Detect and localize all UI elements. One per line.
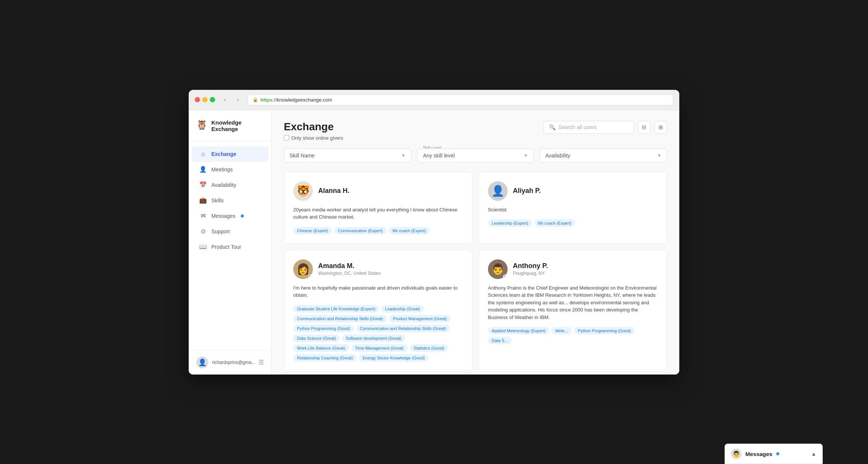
user-card-alanna[interactable]: 🐯 Alanna H. 20years media worker and ana…: [284, 172, 472, 244]
avatar-alanna: 🐯: [293, 181, 313, 201]
sidebar-item-skills-label: Skills: [211, 197, 224, 203]
url-text: https://knowledgeexchange.com: [260, 97, 332, 103]
card-header-anthony: 👨 Anthony P. Poughquag, NY: [488, 259, 658, 279]
skill-tag: Python Programming (Good): [574, 327, 635, 335]
skill-tag: Data Science (Great): [293, 335, 340, 342]
messages-panel-left: 👨 Messages: [731, 449, 779, 459]
sidebar: 🦉 Knowledge Exchange ⌂ Exchange 👤 Meetin…: [189, 110, 272, 375]
close-button[interactable]: [195, 97, 200, 102]
skill-tag: Mete...: [551, 327, 572, 335]
app-title: Knowledge Exchange: [211, 119, 264, 132]
sidebar-item-product-tour-label: Product Tour: [211, 244, 241, 250]
skills-amanda: Graduate Student Life Knowledge (Expert)…: [293, 305, 463, 362]
logo-owl-icon: 🦉: [196, 120, 208, 132]
app: 🦉 Knowledge Exchange ⌂ Exchange 👤 Meetin…: [189, 110, 679, 375]
filters-row: Skill Name ▼ Skill Level Any skill level…: [284, 148, 667, 163]
avatar-amanda: 👩: [293, 259, 313, 279]
user-card-amanda[interactable]: 👩 Amanda M. Washington, DC, United State…: [284, 250, 472, 371]
name-aliyah: Aliyah P.: [513, 187, 541, 195]
book-icon: 📖: [199, 243, 207, 251]
skill-tag: Graduate Student Life Knowledge (Expert): [293, 305, 379, 313]
skill-level-dropdown-arrow: ▼: [523, 153, 528, 158]
name-anthony: Anthony P.: [513, 262, 548, 270]
sidebar-item-product-tour[interactable]: 📖 Product Tour: [192, 239, 268, 254]
skill-tag: Product Management (Great): [389, 315, 451, 322]
bio-amanda: I'm here to hopefully make passionate an…: [293, 284, 463, 299]
search-placeholder: Search all users: [559, 124, 596, 130]
messages-panel-dot: [776, 452, 779, 455]
url-https: https://: [260, 97, 277, 103]
online-filter-label: Only show online givers: [291, 135, 343, 141]
header-left: Exchange Only show online givers: [284, 121, 343, 141]
messages-panel-avatar: 👨: [731, 449, 742, 459]
forward-button[interactable]: ›: [232, 94, 243, 105]
card-header-aliyah: 👤 Aliyah P.: [488, 181, 658, 201]
bio-aliyah: Scientist: [488, 206, 658, 214]
skill-tag: Leadership (Expert): [488, 219, 532, 227]
user-info: 👤 richardsprins@gma...: [196, 356, 255, 368]
back-button[interactable]: ‹: [220, 94, 230, 105]
view-toggle-button[interactable]: ⊞: [654, 121, 667, 134]
skill-name-filter[interactable]: Skill Name ▼: [284, 148, 411, 163]
briefcase-icon: 💼: [199, 197, 207, 204]
filter-icon: ⊟: [642, 124, 646, 130]
availability-label: Availability: [545, 153, 570, 159]
sidebar-logo: 🦉 Knowledge Exchange: [189, 110, 271, 142]
skill-level-wrap: Skill Level Any skill level ▼: [417, 148, 534, 163]
sidebar-item-exchange[interactable]: ⌂ Exchange: [192, 146, 268, 162]
user-card-anthony[interactable]: 👨 Anthony P. Poughquag, NY Anthony Prain…: [479, 250, 667, 371]
skill-tag: Relationship Coaching (Great): [293, 354, 357, 362]
name-amanda: Amanda M.: [318, 262, 381, 270]
skill-tag: life coach (Expert): [534, 219, 576, 227]
grid-icon: ⊞: [659, 124, 663, 130]
card-header-alanna: 🐯 Alanna H.: [293, 181, 463, 201]
location-anthony: Poughquag, NY: [513, 271, 548, 276]
sidebar-item-skills[interactable]: 💼 Skills: [192, 193, 268, 208]
online-filter-checkbox[interactable]: [284, 135, 289, 140]
sidebar-item-meetings-label: Meetings: [211, 166, 233, 173]
nav-buttons: ‹ ›: [220, 94, 243, 105]
skills-anthony: Applied Meteorology (Expert) Mete... Pyt…: [488, 327, 658, 344]
skill-tag: Chinese (Expert): [293, 227, 332, 234]
online-filter[interactable]: Only show online givers: [284, 135, 343, 141]
skill-tag: Communication (Expert): [334, 227, 387, 234]
browser-window: ‹ › 🔒 https://knowledgeexchange.com 🦉 Kn…: [189, 90, 679, 375]
filter-button[interactable]: ⊟: [638, 121, 651, 134]
header-right: 🔍 Search all users ⊟ ⊞: [543, 121, 667, 134]
messages-panel[interactable]: 👨 Messages ▲: [725, 444, 823, 464]
hamburger-menu-icon[interactable]: ☰: [259, 359, 264, 366]
bio-anthony: Anthony Praino is the Chief Engineer and…: [488, 284, 658, 321]
skill-tag: Time Management (Great): [351, 344, 408, 352]
sidebar-item-messages[interactable]: ✉ Messages: [192, 208, 268, 224]
maximize-button[interactable]: [210, 97, 215, 102]
cards-grid: 🐯 Alanna H. 20years media worker and ana…: [284, 172, 667, 371]
skill-tag: Python Programming (Good): [293, 325, 354, 332]
minimize-button[interactable]: [202, 97, 208, 102]
skill-level-filter[interactable]: Any skill level ▼: [417, 148, 534, 163]
sidebar-item-messages-label: Messages: [211, 213, 235, 219]
address-bar[interactable]: 🔒 https://knowledgeexchange.com: [248, 94, 673, 105]
sidebar-nav: ⌂ Exchange 👤 Meetings 📅 Availability 💼 S…: [189, 142, 271, 350]
skills-alanna: Chinese (Expert) Communication (Expert) …: [293, 227, 463, 234]
skill-tag: Data S...: [488, 337, 512, 344]
sidebar-item-availability[interactable]: 📅 Availability: [192, 177, 268, 193]
messages-panel-chevron[interactable]: ▲: [811, 451, 816, 457]
search-box[interactable]: 🔍 Search all users: [543, 121, 634, 134]
user-avatar: 👤: [196, 356, 208, 368]
user-card-aliyah[interactable]: 👤 Aliyah P. Scientist Leadership (Expert…: [479, 172, 667, 244]
lock-icon: 🔒: [252, 97, 258, 102]
user-email: richardsprins@gma...: [212, 360, 255, 365]
avatar-anthony: 👨: [488, 259, 508, 279]
sidebar-item-availability-label: Availability: [211, 182, 236, 188]
messages-panel-label: Messages: [745, 451, 773, 457]
sidebar-item-support[interactable]: ⊙ Support: [192, 224, 268, 239]
page-header: Exchange Only show online givers 🔍 Searc…: [284, 121, 667, 141]
main-content: Exchange Only show online givers 🔍 Searc…: [272, 110, 679, 375]
messages-notification-dot: [241, 214, 244, 217]
sidebar-footer: 👤 richardsprins@gma... ☰: [189, 350, 271, 375]
sidebar-item-meetings[interactable]: 👤 Meetings: [192, 162, 268, 177]
skill-tag: life coach (Expert): [389, 227, 430, 234]
skill-name-dropdown-arrow: ▼: [401, 153, 406, 158]
availability-filter[interactable]: Availability ▼: [540, 148, 667, 163]
sidebar-item-support-label: Support: [211, 228, 230, 234]
